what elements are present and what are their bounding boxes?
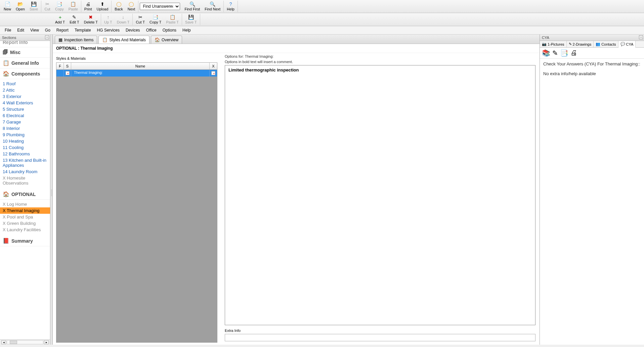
print-icon: 🖨 xyxy=(86,2,90,7)
help-button[interactable]: ?Help xyxy=(224,1,237,12)
print-button[interactable]: 🖨Print xyxy=(82,1,94,12)
find-mode-select[interactable]: Find Unanswered xyxy=(140,3,180,10)
copy-icon[interactable]: 📑 xyxy=(560,49,568,57)
section-optional[interactable]: 🏠OPTIONAL xyxy=(0,189,50,200)
rtab-pictures[interactable]: 📷1-Pictures xyxy=(540,41,567,47)
next-button[interactable]: ◯Next xyxy=(125,1,138,12)
clipboard-icon: 📋 xyxy=(3,60,9,66)
section-misc[interactable]: 🗐Misc xyxy=(0,47,50,58)
x-icon[interactable]: × xyxy=(66,71,70,75)
save-t-button[interactable]: 💾Save T xyxy=(183,14,199,25)
edit-icon[interactable]: ✎ xyxy=(552,49,558,57)
menu-hg-services[interactable]: HG Services xyxy=(94,27,122,33)
options-list[interactable]: Limited thermographic inspection xyxy=(225,65,535,325)
menu-go[interactable]: Go xyxy=(42,27,53,33)
find-first-button[interactable]: 🔍Find First xyxy=(182,1,202,12)
add-t-button[interactable]: ＋Add T xyxy=(53,14,67,25)
h-scrollbar[interactable]: ◂ ▸ xyxy=(0,339,50,345)
item-roof[interactable]: 1 Roof xyxy=(3,81,47,87)
books-icon[interactable]: 📚 xyxy=(542,49,550,57)
up-t-button[interactable]: ↑Up T xyxy=(102,14,115,25)
section-components[interactable]: 🏠Components xyxy=(0,68,50,79)
copy-t-button[interactable]: 📑Copy T xyxy=(147,14,164,25)
col-s[interactable]: S xyxy=(64,63,71,69)
item-exterior[interactable]: 3 Exterior xyxy=(3,93,47,100)
item-bathrooms[interactable]: 12 Bathrooms xyxy=(3,151,47,157)
col-name[interactable]: Name xyxy=(71,63,210,69)
new-button[interactable]: 📄New xyxy=(1,1,13,12)
menu-file[interactable]: File xyxy=(2,27,14,33)
panel-splitter[interactable] xyxy=(50,35,53,345)
item-homesite[interactable]: X Homesite Observations xyxy=(3,175,47,186)
speech-icon: 💬 xyxy=(620,42,625,46)
menu-edit[interactable]: Edit xyxy=(14,27,27,33)
scissors-icon: ✂ xyxy=(138,15,142,20)
menu-view[interactable]: View xyxy=(28,27,42,33)
rtab-drawings[interactable]: ✎2-Drawings xyxy=(567,41,594,47)
col-x[interactable]: X xyxy=(210,63,217,69)
opt-green-building[interactable]: X Green Building xyxy=(3,220,47,227)
col-f[interactable]: F xyxy=(56,63,64,69)
cut-button[interactable]: ✂Cut xyxy=(42,1,53,12)
paste-button[interactable]: 📋Paste xyxy=(66,1,80,12)
grid-row-thermal[interactable]: × Thermal Imaging: × xyxy=(56,70,217,77)
tab-styles-materials[interactable]: 📋Styles And Materials xyxy=(98,36,149,44)
cya-body-text: No extra info/help available xyxy=(543,71,641,76)
popout-icon[interactable]: ▫ xyxy=(45,35,49,39)
menu-bar: File Edit View Go Report Template HG Ser… xyxy=(0,26,644,35)
upload-button[interactable]: ⬆Upload xyxy=(94,1,111,12)
item-attic[interactable]: 2 Attic xyxy=(3,87,47,93)
cut-t-button[interactable]: ✂Cut T xyxy=(133,14,147,25)
option-limited-thermo[interactable]: Limited thermographic inspection xyxy=(228,67,532,72)
item-plumbing[interactable]: 9 Plumbing xyxy=(3,132,47,138)
rtab-contacts[interactable]: 👥Contacts xyxy=(594,41,618,47)
opt-laundry-facilities[interactable]: X Laundry Facilities xyxy=(3,227,47,233)
pencil-icon: ✎ xyxy=(569,42,572,46)
opt-log-home[interactable]: X Log Home xyxy=(3,201,47,207)
menu-template[interactable]: Template xyxy=(72,27,94,33)
tab-inspection-items[interactable]: ▦Inspection Items xyxy=(55,36,97,44)
opt-pool-spa[interactable]: X Pool and Spa xyxy=(3,214,47,220)
item-cooling[interactable]: 11 Cooling xyxy=(3,144,47,151)
back-button[interactable]: ◯Back xyxy=(112,1,125,12)
copy-button[interactable]: 📑Copy xyxy=(53,1,66,12)
item-structure[interactable]: 5 Structure xyxy=(3,106,47,112)
edit-t-button[interactable]: ✎Edit T xyxy=(67,14,82,25)
item-heating[interactable]: 10 Heating xyxy=(3,138,47,144)
find-next-button[interactable]: 🔍Find Next xyxy=(202,1,223,12)
menu-help[interactable]: Help xyxy=(180,27,194,33)
item-garage[interactable]: 7 Garage xyxy=(3,119,47,125)
section-report-info[interactable]: Report Info xyxy=(0,41,50,47)
extra-info-input[interactable] xyxy=(225,334,535,341)
scroll-left-icon[interactable]: ◂ xyxy=(1,340,6,344)
delete-t-button[interactable]: ✖Delete T xyxy=(82,14,100,25)
tab-overview[interactable]: 🏠Overview xyxy=(151,36,182,44)
print-icon[interactable]: 🖨 xyxy=(570,49,577,57)
save-button[interactable]: 💾Save xyxy=(27,1,40,12)
arrow-down-icon: ↓ xyxy=(122,15,124,20)
x-icon[interactable]: × xyxy=(211,71,215,75)
section-summary[interactable]: 📕Summary xyxy=(0,236,50,246)
menu-report[interactable]: Report xyxy=(54,27,71,33)
paste-t-button[interactable]: 📋Paste T xyxy=(164,14,181,25)
scroll-right-icon[interactable]: ▸ xyxy=(44,340,49,344)
menu-devices[interactable]: Devices xyxy=(123,27,143,33)
popout-icon[interactable]: ▫ xyxy=(639,35,643,39)
menu-office[interactable]: Office xyxy=(143,27,159,33)
item-electrical[interactable]: 6 Electrical xyxy=(3,112,47,119)
components-list: 1 Roof 2 Attic 3 Exterior 4 Wall Exterio… xyxy=(0,79,50,189)
item-interior[interactable]: 8 Interior xyxy=(3,125,47,132)
open-button[interactable]: 📂Open xyxy=(13,1,27,12)
item-kitchen[interactable]: 13 Kitchen and Built-in Appliances xyxy=(3,157,47,168)
down-t-button[interactable]: ↓Down T xyxy=(115,14,132,25)
item-laundry[interactable]: 14 Laundry Room xyxy=(3,168,47,175)
rtab-cya[interactable]: 💬CYA xyxy=(618,41,636,48)
home-icon: 🏠 xyxy=(155,37,160,42)
row-delete-left[interactable]: × xyxy=(64,70,71,77)
menu-options[interactable]: Options xyxy=(160,27,179,33)
cya-tabs: 📷1-Pictures ✎2-Drawings 👥Contacts 💬CYA xyxy=(540,41,644,48)
row-delete-right[interactable]: × xyxy=(210,70,217,77)
section-general-info[interactable]: 📋General Info xyxy=(0,58,50,68)
opt-thermal-imaging[interactable]: X Thermal Imaging xyxy=(0,207,50,214)
item-wall-exteriors[interactable]: 4 Wall Exteriors xyxy=(3,100,47,106)
